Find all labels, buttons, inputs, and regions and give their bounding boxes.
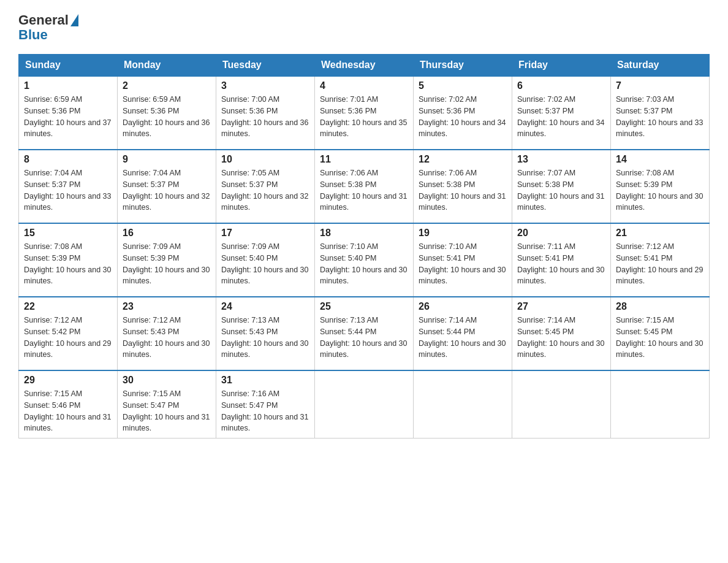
calendar-cell: 27 Sunrise: 7:14 AMSunset: 5:45 PMDaylig… [512, 297, 611, 370]
page-header: General Blue [18, 12, 710, 43]
weekday-header-friday: Friday [512, 55, 611, 77]
day-info: Sunrise: 7:02 AMSunset: 5:36 PMDaylight:… [419, 94, 507, 140]
logo-general-text: General [18, 12, 69, 28]
day-info: Sunrise: 7:07 AMSunset: 5:38 PMDaylight:… [517, 167, 605, 213]
day-number: 7 [616, 80, 704, 91]
calendar-cell: 25 Sunrise: 7:13 AMSunset: 5:44 PMDaylig… [315, 297, 414, 370]
weekday-header-sunday: Sunday [19, 55, 118, 77]
logo-blue-text: Blue [18, 27, 48, 43]
calendar-cell: 14 Sunrise: 7:08 AMSunset: 5:39 PMDaylig… [611, 150, 710, 223]
calendar-cell [315, 370, 414, 439]
day-info: Sunrise: 7:05 AMSunset: 5:37 PMDaylight:… [221, 167, 309, 213]
day-number: 4 [320, 80, 408, 91]
day-info: Sunrise: 7:15 AMSunset: 5:46 PMDaylight:… [24, 388, 112, 434]
calendar-cell: 12 Sunrise: 7:06 AMSunset: 5:38 PMDaylig… [414, 150, 512, 223]
day-number: 14 [616, 154, 704, 165]
day-number: 10 [221, 154, 309, 165]
day-info: Sunrise: 7:09 AMSunset: 5:40 PMDaylight:… [221, 241, 309, 287]
day-info: Sunrise: 7:14 AMSunset: 5:44 PMDaylight:… [419, 315, 507, 361]
calendar-cell: 26 Sunrise: 7:14 AMSunset: 5:44 PMDaylig… [414, 297, 512, 370]
calendar-cell [611, 370, 710, 439]
day-number: 6 [517, 80, 605, 91]
day-number: 9 [123, 154, 211, 165]
day-info: Sunrise: 7:10 AMSunset: 5:41 PMDaylight:… [419, 241, 507, 287]
day-number: 11 [320, 154, 408, 165]
day-info: Sunrise: 7:13 AMSunset: 5:44 PMDaylight:… [320, 315, 408, 361]
day-number: 26 [419, 301, 507, 312]
calendar-cell: 15 Sunrise: 7:08 AMSunset: 5:39 PMDaylig… [19, 223, 118, 297]
day-number: 22 [24, 301, 112, 312]
day-info: Sunrise: 7:06 AMSunset: 5:38 PMDaylight:… [419, 167, 507, 213]
day-info: Sunrise: 7:11 AMSunset: 5:41 PMDaylight:… [517, 241, 605, 287]
calendar-cell [414, 370, 512, 439]
day-info: Sunrise: 7:08 AMSunset: 5:39 PMDaylight:… [24, 241, 112, 287]
day-number: 29 [24, 375, 112, 386]
day-number: 19 [419, 228, 507, 239]
calendar-week-row: 1 Sunrise: 6:59 AMSunset: 5:36 PMDayligh… [19, 76, 710, 150]
calendar-cell: 28 Sunrise: 7:15 AMSunset: 5:45 PMDaylig… [611, 297, 710, 370]
day-number: 28 [616, 301, 704, 312]
calendar-cell: 8 Sunrise: 7:04 AMSunset: 5:37 PMDayligh… [19, 150, 118, 223]
day-info: Sunrise: 7:14 AMSunset: 5:45 PMDaylight:… [517, 315, 605, 361]
calendar-cell: 24 Sunrise: 7:13 AMSunset: 5:43 PMDaylig… [216, 297, 315, 370]
weekday-header-monday: Monday [118, 55, 216, 77]
weekday-header-row: SundayMondayTuesdayWednesdayThursdayFrid… [19, 55, 710, 77]
day-info: Sunrise: 7:04 AMSunset: 5:37 PMDaylight:… [123, 167, 211, 213]
day-info: Sunrise: 7:09 AMSunset: 5:39 PMDaylight:… [123, 241, 211, 287]
calendar-cell: 18 Sunrise: 7:10 AMSunset: 5:40 PMDaylig… [315, 223, 414, 297]
day-info: Sunrise: 7:06 AMSunset: 5:38 PMDaylight:… [320, 167, 408, 213]
day-info: Sunrise: 6:59 AMSunset: 5:36 PMDaylight:… [123, 94, 211, 140]
logo: General Blue [18, 12, 78, 43]
day-number: 2 [123, 80, 211, 91]
calendar-cell: 7 Sunrise: 7:03 AMSunset: 5:37 PMDayligh… [611, 76, 710, 150]
calendar-cell: 9 Sunrise: 7:04 AMSunset: 5:37 PMDayligh… [118, 150, 216, 223]
calendar-cell: 3 Sunrise: 7:00 AMSunset: 5:36 PMDayligh… [216, 76, 315, 150]
day-number: 23 [123, 301, 211, 312]
calendar-cell: 6 Sunrise: 7:02 AMSunset: 5:37 PMDayligh… [512, 76, 611, 150]
day-number: 13 [517, 154, 605, 165]
day-info: Sunrise: 7:12 AMSunset: 5:43 PMDaylight:… [123, 315, 211, 361]
day-info: Sunrise: 7:13 AMSunset: 5:43 PMDaylight:… [221, 315, 309, 361]
day-info: Sunrise: 7:02 AMSunset: 5:37 PMDaylight:… [517, 94, 605, 140]
calendar-cell: 2 Sunrise: 6:59 AMSunset: 5:36 PMDayligh… [118, 76, 216, 150]
day-info: Sunrise: 7:03 AMSunset: 5:37 PMDaylight:… [616, 94, 704, 140]
calendar-cell: 30 Sunrise: 7:15 AMSunset: 5:47 PMDaylig… [118, 370, 216, 439]
calendar-cell: 13 Sunrise: 7:07 AMSunset: 5:38 PMDaylig… [512, 150, 611, 223]
calendar-cell: 31 Sunrise: 7:16 AMSunset: 5:47 PMDaylig… [216, 370, 315, 439]
day-number: 31 [221, 375, 309, 386]
day-number: 16 [123, 228, 211, 239]
day-number: 20 [517, 228, 605, 239]
day-number: 30 [123, 375, 211, 386]
weekday-header-saturday: Saturday [611, 55, 710, 77]
calendar-cell: 19 Sunrise: 7:10 AMSunset: 5:41 PMDaylig… [414, 223, 512, 297]
day-number: 17 [221, 228, 309, 239]
day-number: 8 [24, 154, 112, 165]
calendar-cell: 17 Sunrise: 7:09 AMSunset: 5:40 PMDaylig… [216, 223, 315, 297]
calendar-cell: 10 Sunrise: 7:05 AMSunset: 5:37 PMDaylig… [216, 150, 315, 223]
calendar-cell: 11 Sunrise: 7:06 AMSunset: 5:38 PMDaylig… [315, 150, 414, 223]
day-number: 25 [320, 301, 408, 312]
day-number: 3 [221, 80, 309, 91]
day-number: 18 [320, 228, 408, 239]
weekday-header-tuesday: Tuesday [216, 55, 315, 77]
day-info: Sunrise: 7:12 AMSunset: 5:41 PMDaylight:… [616, 241, 704, 287]
calendar-cell [512, 370, 611, 439]
day-info: Sunrise: 7:01 AMSunset: 5:36 PMDaylight:… [320, 94, 408, 140]
day-info: Sunrise: 7:04 AMSunset: 5:37 PMDaylight:… [24, 167, 112, 213]
calendar-cell: 29 Sunrise: 7:15 AMSunset: 5:46 PMDaylig… [19, 370, 118, 439]
calendar-cell: 22 Sunrise: 7:12 AMSunset: 5:42 PMDaylig… [19, 297, 118, 370]
day-info: Sunrise: 7:00 AMSunset: 5:36 PMDaylight:… [221, 94, 309, 140]
day-number: 24 [221, 301, 309, 312]
day-info: Sunrise: 7:08 AMSunset: 5:39 PMDaylight:… [616, 167, 704, 213]
logo-triangle-icon [70, 14, 78, 26]
calendar-cell: 16 Sunrise: 7:09 AMSunset: 5:39 PMDaylig… [118, 223, 216, 297]
day-info: Sunrise: 7:15 AMSunset: 5:45 PMDaylight:… [616, 315, 704, 361]
day-number: 12 [419, 154, 507, 165]
day-info: Sunrise: 6:59 AMSunset: 5:36 PMDaylight:… [24, 94, 112, 140]
calendar-week-row: 29 Sunrise: 7:15 AMSunset: 5:46 PMDaylig… [19, 370, 710, 439]
calendar-cell: 21 Sunrise: 7:12 AMSunset: 5:41 PMDaylig… [611, 223, 710, 297]
day-info: Sunrise: 7:12 AMSunset: 5:42 PMDaylight:… [24, 315, 112, 361]
day-info: Sunrise: 7:15 AMSunset: 5:47 PMDaylight:… [123, 388, 211, 434]
weekday-header-thursday: Thursday [414, 55, 512, 77]
calendar-cell: 23 Sunrise: 7:12 AMSunset: 5:43 PMDaylig… [118, 297, 216, 370]
